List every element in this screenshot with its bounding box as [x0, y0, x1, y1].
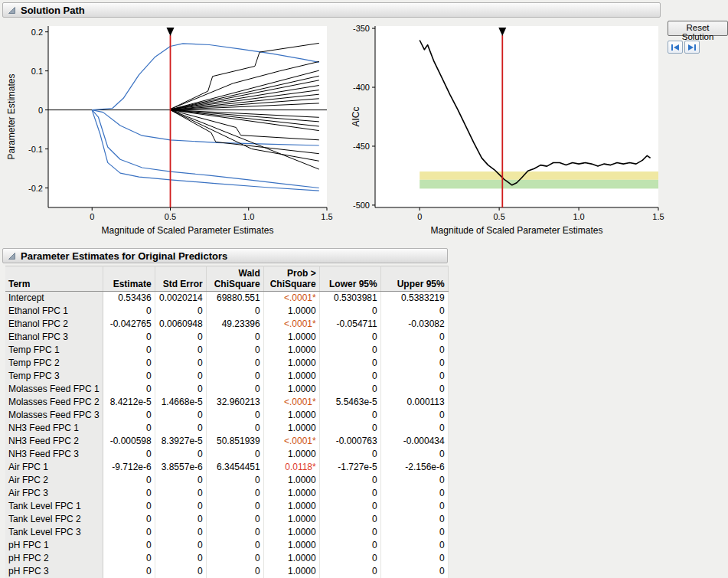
cell-prob: <.0001*: [263, 396, 319, 409]
cell-estimate: 0: [103, 344, 155, 357]
step-back-button[interactable]: [668, 41, 683, 54]
cell-prob: 1.0000: [263, 370, 319, 383]
table-row[interactable]: Temp FPC 30001.000000: [5, 370, 448, 383]
cell-wald: 0: [206, 474, 263, 487]
cell-wald: 0: [206, 552, 263, 565]
cell-upper: 0: [380, 422, 448, 435]
table-row[interactable]: Tank Level FPC 30001.000000: [5, 526, 448, 539]
cell-wald: 0: [206, 500, 263, 513]
table-row[interactable]: Intercept0.534360.002021469880.551<.0001…: [5, 292, 448, 305]
cell-wald: 0: [206, 513, 263, 526]
cell-upper: 0: [380, 305, 448, 318]
cell-stderr: 0: [155, 448, 206, 461]
table-row[interactable]: Temp FPC 20001.000000: [5, 357, 448, 370]
cell-wald: 0: [206, 565, 263, 578]
cell-stderr: 1.4668e-5: [155, 396, 206, 409]
disclosure-triangle-icon[interactable]: [8, 252, 16, 260]
cell-lower: 0: [319, 448, 380, 461]
table-row[interactable]: Air FPC 20001.000000: [5, 474, 448, 487]
cell-prob: 1.0000: [263, 383, 319, 396]
cell-lower: 0: [319, 526, 380, 539]
cell-prob: 1.0000: [263, 422, 319, 435]
column-header-prob[interactable]: Prob > ChiSquare: [263, 266, 319, 292]
x-tick-label: 1.0: [243, 212, 254, 221]
cell-wald: 32.960213: [206, 396, 263, 409]
cell-upper: -2.156e-6: [380, 461, 448, 474]
cell-upper: 0: [380, 383, 448, 396]
table-row[interactable]: Molasses Feed FPC 28.4212e-51.4668e-532.…: [5, 396, 448, 409]
table-row[interactable]: Ethanol FPC 30001.000000: [5, 331, 448, 344]
parameter-estimates-solution-path-chart[interactable]: 00.51.01.5-0.2-0.100.10.2Magnitude of Sc…: [5, 20, 349, 245]
step-forward-button[interactable]: [684, 41, 700, 54]
cell-term: Molasses Feed FPC 1: [5, 383, 103, 396]
solution-path-panel-header[interactable]: Solution Path: [2, 2, 661, 18]
cell-prob: <.0001*: [263, 318, 319, 331]
cell-estimate: 0: [103, 513, 155, 526]
cell-estimate: 0: [103, 422, 155, 435]
column-header-upper[interactable]: Upper 95%: [380, 266, 448, 292]
table-row[interactable]: Tank Level FPC 10001.000000: [5, 500, 448, 513]
cell-wald: 0: [206, 357, 263, 370]
cell-lower: 0: [319, 552, 380, 565]
table-row[interactable]: Tank Level FPC 20001.000000: [5, 513, 448, 526]
cell-term: NH3 Feed FPC 2: [5, 435, 103, 448]
cell-term: Tank Level FPC 2: [5, 513, 103, 526]
column-header-stderr[interactable]: Std Error: [155, 266, 206, 292]
cell-estimate: 0: [103, 409, 155, 422]
cell-wald: 49.23396: [206, 318, 263, 331]
aicc-validation-chart[interactable]: 00.51.01.5-500-450-400-350Magnitude of S…: [349, 20, 666, 245]
cell-upper: 0: [380, 500, 448, 513]
cell-estimate: 0: [103, 370, 155, 383]
cell-estimate: 8.4212e-5: [103, 396, 155, 409]
table-row[interactable]: NH3 Feed FPC 10001.000000: [5, 422, 448, 435]
y-axis-title: Parameter Estimates: [6, 73, 17, 159]
cell-prob: <.0001*: [263, 435, 319, 448]
table-row[interactable]: NH3 Feed FPC 2-0.0005988.3927e-550.85193…: [5, 435, 448, 448]
cell-wald: 0: [206, 539, 263, 552]
cell-stderr: 0.0060948: [155, 318, 206, 331]
cell-lower: -0.054711: [319, 318, 380, 331]
cell-upper: -0.000434: [380, 435, 448, 448]
cell-upper: 0: [380, 474, 448, 487]
table-row[interactable]: pH FPC 30001.000000: [5, 565, 448, 578]
cell-stderr: 0: [155, 344, 206, 357]
cell-prob: 1.0000: [263, 331, 319, 344]
column-header-lower[interactable]: Lower 95%: [319, 266, 380, 292]
step-forward-icon: [687, 41, 697, 54]
cell-upper: 0: [380, 370, 448, 383]
cell-upper: -0.03082: [380, 318, 448, 331]
x-tick-label: 0: [90, 212, 94, 221]
cell-stderr: 0: [155, 370, 206, 383]
column-header-wald[interactable]: Wald ChiSquare: [206, 266, 263, 292]
disclosure-triangle-icon[interactable]: [8, 6, 16, 15]
cell-lower: 0: [319, 370, 380, 383]
cell-lower: 0: [319, 357, 380, 370]
table-row[interactable]: Ethanol FPC 2-0.0427650.006094849.23396<…: [5, 318, 448, 331]
cell-term: pH FPC 3: [5, 565, 103, 578]
table-row[interactable]: pH FPC 20001.000000: [5, 552, 448, 565]
cell-prob: 1.0000: [263, 305, 319, 318]
cell-prob: 1.0000: [263, 565, 319, 578]
cell-term: Air FPC 1: [5, 461, 103, 474]
column-header-term[interactable]: Term: [5, 266, 103, 292]
cell-wald: 0: [206, 422, 263, 435]
table-row[interactable]: Ethanol FPC 10001.000000: [5, 305, 448, 318]
table-row[interactable]: Air FPC 1-9.712e-63.8557e-66.34544510.01…: [5, 461, 448, 474]
cell-prob: 1.0000: [263, 500, 319, 513]
table-row[interactable]: Molasses Feed FPC 10001.000000: [5, 383, 448, 396]
parameter-estimates-panel-header[interactable]: Parameter Estimates for Original Predict…: [2, 248, 448, 263]
cell-term: Ethanol FPC 2: [5, 318, 103, 331]
cell-upper: 0: [380, 448, 448, 461]
table-row[interactable]: Temp FPC 10001.000000: [5, 344, 448, 357]
jmp-report-window: Solution Path 00.51.01.5-0.2-0.100.10.2M…: [0, 0, 728, 578]
column-header-estimate[interactable]: Estimate: [103, 266, 155, 292]
cell-upper: 0: [380, 526, 448, 539]
table-row[interactable]: pH FPC 10001.000000: [5, 539, 448, 552]
table-row[interactable]: NH3 Feed FPC 30001.000000: [5, 448, 448, 461]
table-row[interactable]: Molasses Feed FPC 30001.000000: [5, 409, 448, 422]
cell-term: Intercept: [5, 292, 103, 305]
table-row[interactable]: Air FPC 30001.000000: [5, 487, 448, 500]
cell-estimate: 0: [103, 539, 155, 552]
reset-solution-button[interactable]: Reset Solution: [668, 21, 728, 36]
cell-wald: 0: [206, 383, 263, 396]
